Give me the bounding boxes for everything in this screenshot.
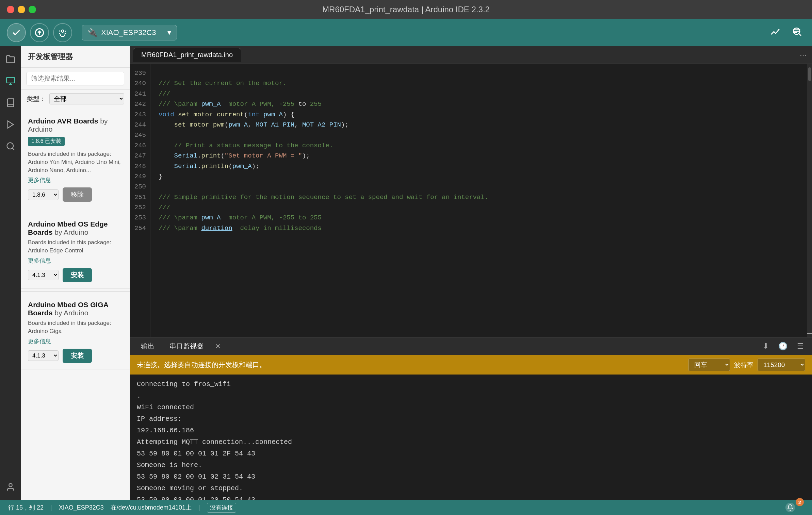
serial-chart-button[interactable] — [767, 23, 783, 42]
serial-line-5: 192.168.66.186 — [137, 425, 805, 436]
boards-manager-icon[interactable] — [3, 73, 18, 88]
svg-marker-16 — [7, 121, 13, 128]
board-item-giga[interactable]: Arduino Mbed OS GIGA Boards by Arduino B… — [21, 295, 130, 369]
serial-line-1: Connecting to fros_wifi — [137, 379, 805, 390]
code-line-252: /// — [159, 202, 804, 213]
board-avr-badge: 1.8.6 已安装 — [28, 137, 65, 146]
svg-line-7 — [65, 31, 66, 31]
upload-button[interactable] — [30, 23, 49, 42]
board-manager-title: 开发板管理器 — [21, 46, 130, 68]
filter-row: 类型： 全部 已安装 可更新 — [21, 90, 130, 108]
serial-line-4: IP address: — [137, 413, 805, 425]
board-avr-remove-button[interactable]: 移除 — [63, 187, 92, 202]
main-content: 开发板管理器 类型： 全部 已安装 可更新 Arduino AVR Boards… — [0, 46, 812, 500]
search-container — [21, 68, 130, 90]
folder-icon[interactable] — [3, 52, 18, 67]
notification-count: 2 — [796, 498, 804, 506]
code-line-254: /// \param duration delay in millisecond… — [159, 223, 804, 233]
board-giga-footer: 4.1.3 安装 — [28, 349, 123, 363]
serial-controls: 回车 换行 回车换行 无 波特率 300 1200 2400 4800 9600… — [688, 359, 805, 371]
output-tab[interactable]: 输出 — [135, 339, 160, 353]
svg-rect-13 — [6, 78, 14, 83]
port-status: 在/dev/cu.usbmodem14101上 — [111, 503, 192, 512]
board-giga-desc: Boards included in this package: Arduino… — [28, 319, 123, 335]
board-item-edge[interactable]: Arduino Mbed OS Edge Boards by Arduino B… — [21, 214, 130, 289]
board-avr-desc: Boards included in this package: Arduino… — [28, 150, 123, 174]
baud-rate-select[interactable]: 300 1200 2400 4800 9600 19200 38400 5760… — [758, 359, 805, 371]
status-bar: 行 15，列 22 | XIAO_ESP32C3 在/dev/cu.usbmod… — [0, 500, 812, 515]
editor-tab-main[interactable]: MR60FDA1_print_rawdata.ino — [133, 48, 241, 62]
serial-monitor-tab[interactable]: 串口监视器 — [164, 339, 209, 353]
board-edge-version[interactable]: 4.1.3 — [28, 270, 59, 280]
library-icon[interactable] — [3, 95, 18, 110]
code-line-250 — [159, 182, 804, 192]
code-line-247: Serial.print("Set motor A PWM = "); — [159, 151, 804, 161]
board-edge-link[interactable]: 更多信息 — [28, 257, 123, 265]
dropdown-arrow: ▾ — [167, 28, 171, 37]
search-in-files-button[interactable] — [789, 23, 805, 42]
board-status: XIAO_ESP32C3 — [59, 504, 104, 511]
close-button[interactable] — [7, 6, 14, 13]
svg-point-17 — [7, 143, 13, 149]
window-controls — [7, 6, 36, 13]
svg-point-2 — [62, 30, 64, 32]
board-edge-desc: Boards included in this package: Arduino… — [28, 238, 123, 255]
debug-panel-icon[interactable] — [3, 117, 18, 132]
baud-rate-label: 波特率 — [734, 361, 753, 369]
code-content[interactable]: /// Set the current on the motor. /// //… — [150, 64, 812, 337]
svg-line-6 — [59, 31, 61, 31]
sidebar-icons — [0, 46, 21, 500]
serial-line-2: . — [137, 390, 805, 402]
toolbar: 🔌 XIAO_ESP32C3 ▾ — [0, 19, 812, 46]
board-edge-install-button[interactable]: 安装 — [63, 268, 92, 282]
debug-button[interactable] — [53, 23, 72, 42]
verify-button[interactable] — [7, 23, 26, 42]
line-ending-select[interactable]: 回车 换行 回车换行 无 — [688, 359, 730, 371]
board-avr-link[interactable]: 更多信息 — [28, 176, 123, 184]
code-line-239 — [159, 68, 804, 78]
line-numbers: 239 240 241 242 243 244 245 246 247 248 … — [130, 64, 150, 337]
code-line-248: Serial.println(pwm_A); — [159, 161, 804, 171]
serial-line-7: 53 59 80 01 00 01 01 2F 54 43 — [137, 448, 805, 460]
filter-label: 类型： — [27, 95, 46, 103]
user-icon[interactable] — [3, 480, 18, 495]
search-panel-icon[interactable] — [3, 139, 18, 154]
code-line-253: /// \param pwm_A motor A PWM, -255 to 25… — [159, 213, 804, 223]
notification-badge[interactable] — [785, 503, 795, 512]
board-giga-version[interactable]: 4.1.3 — [28, 350, 59, 361]
board-giga-install-button[interactable]: 安装 — [63, 349, 92, 363]
timestamp-button[interactable]: 🕐 — [776, 340, 790, 352]
board-selector[interactable]: 🔌 XIAO_ESP32C3 ▾ — [82, 25, 177, 40]
serial-line-9: 53 59 80 02 00 01 02 31 54 43 — [137, 471, 805, 483]
editor-scrollbar[interactable]: — — [807, 64, 812, 337]
serial-line-11: 53 59 80 03 00 01 20 50 54 43 — [137, 494, 805, 500]
serial-tab-bar: 输出 串口监视器 ✕ ⬇ 🕐 ☰ — [130, 337, 812, 355]
code-editor[interactable]: 239 240 241 242 243 244 245 246 247 248 … — [130, 64, 812, 337]
maximize-button[interactable] — [29, 6, 36, 13]
toolbar-right — [767, 23, 805, 42]
serial-line-3: WiFi connected — [137, 402, 805, 413]
board-item-avr[interactable]: Arduino AVR Boards by Arduino 1.8.6 已安装 … — [21, 111, 130, 208]
editor-area: MR60FDA1_print_rawdata.ino ··· 239 240 2… — [130, 46, 812, 500]
board-giga-link[interactable]: 更多信息 — [28, 337, 123, 345]
title-bar: MR60FDA1_print_rawdata | Arduino IDE 2.3… — [0, 0, 812, 19]
minimize-button[interactable] — [18, 6, 25, 13]
serial-menu-button[interactable]: ☰ — [794, 340, 807, 352]
search-input[interactable] — [27, 72, 124, 85]
filter-select[interactable]: 全部 已安装 可更新 — [49, 93, 124, 104]
board-name: XIAO_ESP32C3 — [101, 28, 156, 37]
serial-line-8: Someone is here. — [137, 460, 805, 471]
serial-monitor-close-button[interactable]: ✕ — [213, 342, 223, 351]
tab-more-button[interactable]: ··· — [797, 49, 809, 61]
scroll-down-button[interactable]: ⬇ — [760, 340, 772, 352]
board-avr-version[interactable]: 1.8.6 — [28, 189, 59, 200]
code-line-245 — [159, 130, 804, 140]
code-line-246: // Print a status message to the console… — [159, 140, 804, 151]
board-avr-footer: 1.8.6 移除 — [28, 187, 123, 202]
window-title: MR60FDA1_print_rawdata | Arduino IDE 2.3… — [322, 5, 490, 14]
board-giga-title: Arduino Mbed OS GIGA Boards by Arduino — [28, 301, 123, 317]
serial-output[interactable]: Connecting to fros_wifi . WiFi connected… — [130, 375, 812, 500]
serial-tabs-left: 输出 串口监视器 ✕ — [135, 339, 223, 353]
serial-status-text: 未连接。选择要自动连接的开发板和端口。 — [137, 360, 266, 369]
board-edge-footer: 4.1.3 安装 — [28, 268, 123, 282]
